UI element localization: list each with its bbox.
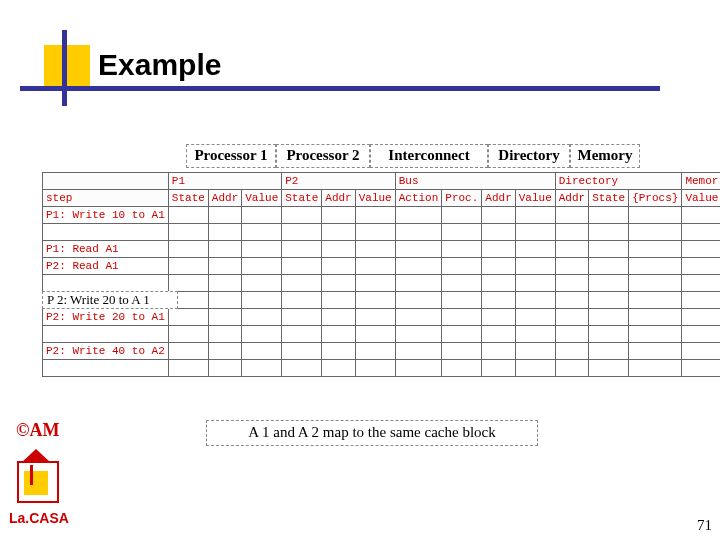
h-state1: State	[168, 190, 208, 207]
step-cell: P1: Write 10 to A1	[43, 207, 169, 224]
step-cell	[43, 326, 169, 343]
group-directory: Directory	[488, 144, 570, 168]
accent-square	[44, 45, 90, 91]
step-cell	[43, 224, 169, 241]
lacasa-text: La.CASA	[9, 510, 69, 526]
step-cell	[43, 275, 169, 292]
h-daddr: Addr	[555, 190, 588, 207]
copyright: ©AM	[16, 420, 59, 441]
th-bus: Bus	[395, 173, 555, 190]
h-bval: Value	[515, 190, 555, 207]
h-procs: {Procs}	[629, 190, 682, 207]
note: A 1 and A 2 map to the same cache block	[206, 420, 538, 446]
th-mem: Memor	[682, 173, 720, 190]
group-proc1: Processor 1	[186, 144, 276, 168]
rule-horizontal	[20, 86, 660, 91]
h-addr1: Addr	[208, 190, 241, 207]
logo-bar	[30, 465, 33, 485]
h-baddr: Addr	[482, 190, 515, 207]
page-number: 71	[697, 517, 712, 534]
step-cell: P2: Write 20 to A1	[43, 309, 169, 326]
h-action: Action	[395, 190, 442, 207]
step-cell	[43, 360, 169, 377]
page-title: Example	[98, 48, 221, 82]
step-cell: P2: Read A1	[43, 258, 169, 275]
group-proc2: Processor 2	[276, 144, 370, 168]
h-val1: Value	[242, 190, 282, 207]
th-dir: Directory	[555, 173, 682, 190]
cache-table: P1 P2 Bus Directory Memor step State Add…	[42, 172, 702, 377]
logo-roof	[21, 449, 51, 463]
h-mval: Value	[682, 190, 720, 207]
rule-vertical	[62, 30, 67, 106]
group-interconnect: Interconnect	[370, 144, 488, 168]
group-labels: Processor 1 Processor 2 Interconnect Dir…	[186, 144, 706, 168]
h-dstate: State	[589, 190, 629, 207]
h-proc: Proc.	[442, 190, 482, 207]
logo-inner	[24, 471, 48, 495]
group-memory: Memory	[570, 144, 640, 168]
h-addr2: Addr	[322, 190, 355, 207]
step-cell: P1: Read A1	[43, 241, 169, 258]
highlighted-step: P 2: Write 20 to A 1	[42, 291, 178, 309]
lacasa-logo	[14, 455, 60, 507]
th-p1: P1	[168, 173, 281, 190]
h-state2: State	[282, 190, 322, 207]
step-cell: P2: Write 40 to A2	[43, 343, 169, 360]
th-blank	[43, 173, 169, 190]
th-p2: P2	[282, 173, 395, 190]
h-step: step	[43, 190, 169, 207]
h-val2: Value	[355, 190, 395, 207]
